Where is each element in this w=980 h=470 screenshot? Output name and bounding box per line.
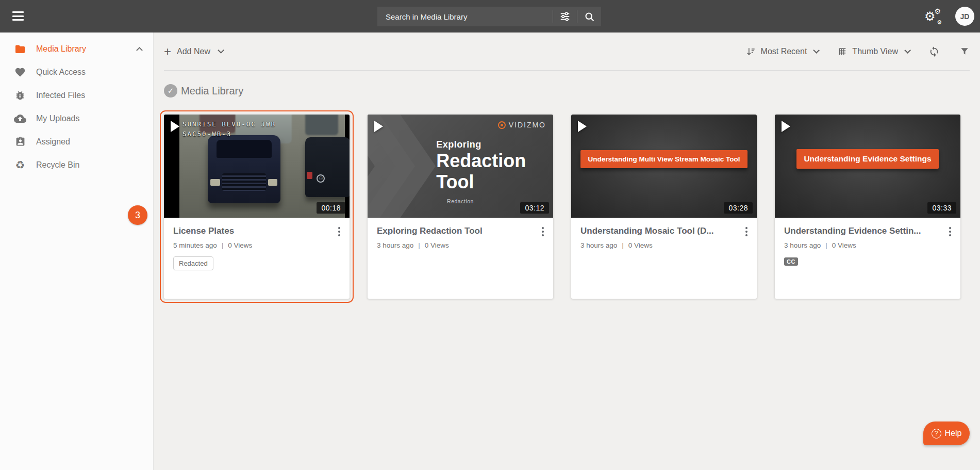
sidebar-item-label: My Uploads [36, 114, 142, 123]
hamburger-menu-icon[interactable] [12, 11, 24, 21]
add-new-label: Add New [177, 47, 210, 56]
play-icon [171, 121, 179, 132]
search-button[interactable] [577, 7, 601, 26]
sidebar-item-recycle-bin[interactable]: ♻ Recycle Bin [0, 153, 153, 176]
filter-button[interactable] [959, 46, 970, 57]
kebab-menu-icon[interactable] [541, 226, 545, 237]
top-bar: ⚙⚙⚙ JD [0, 0, 980, 33]
card-meta: Understanding Evidence Settin... 3 hours… [775, 218, 960, 299]
chevron-down-icon [218, 47, 224, 54]
media-card-exploring-redaction-tool[interactable]: VIDIZMO Exploring Redaction Tool Redacti… [368, 115, 553, 299]
kebab-menu-icon[interactable] [948, 226, 952, 237]
card-meta-line: 3 hours ago | 0 Views [580, 241, 748, 249]
section-heading: ✓ Media Library [164, 84, 970, 98]
card-meta-line: 5 minutes ago | 0 Views [173, 241, 340, 249]
bug-icon [13, 90, 27, 101]
content-toolbar: + Add New Most Recent [164, 33, 970, 71]
time-ago: 5 minutes ago [173, 241, 217, 249]
help-button[interactable]: ? Help [923, 422, 970, 445]
time-ago: 3 hours ago [784, 241, 821, 249]
card-meta: Understanding Mosaic Tool (D... 3 hours … [571, 218, 757, 299]
sidebar-item-label: Recycle Bin [36, 160, 142, 170]
media-card-grid: ⚇ SUNRISE BLVD-OC JWB SAC50-WB-3 00:18 L… [164, 115, 970, 299]
sidebar-item-label: Assigned [36, 137, 142, 147]
view-count: 0 Views [228, 241, 252, 249]
media-card-understanding-mosaic-tool[interactable]: Understanding Multi View Stream Mosaic T… [571, 115, 757, 299]
thumbnail-banner-text: Understanding Evidence Settings [796, 149, 938, 169]
assignment-icon [13, 136, 27, 147]
card-title: Exploring Redaction Tool [377, 226, 544, 236]
main-content: + Add New Most Recent [154, 33, 980, 470]
topbar-right-group: ⚙⚙⚙ JD [924, 0, 974, 33]
toolbar-right-group: Most Recent Thumb View [746, 46, 970, 57]
kebab-menu-icon[interactable] [337, 226, 341, 237]
sidebar-item-infected-files[interactable]: Infected Files [0, 84, 153, 107]
search-filters-button[interactable] [553, 7, 577, 26]
time-ago: 3 hours ago [580, 241, 617, 249]
sidebar-item-label: Infected Files [36, 91, 142, 100]
duration-badge: 03:28 [724, 202, 753, 214]
view-mode-label: Thumb View [852, 47, 898, 56]
search-bar [377, 7, 601, 26]
camera-overlay-text: SUNRISE BLVD-OC JWB SAC50-WB-3 [182, 120, 276, 139]
sidebar-item-quick-access[interactable]: Quick Access [0, 60, 153, 84]
thumbnail-title-text: Exploring Redaction Tool [436, 139, 526, 193]
video-thumbnail[interactable]: Understanding Multi View Stream Mosaic T… [571, 115, 757, 218]
refresh-button[interactable] [928, 46, 940, 57]
view-mode-dropdown[interactable]: Thumb View [837, 46, 909, 57]
media-card-license-plates[interactable]: ⚇ SUNRISE BLVD-OC JWB SAC50-WB-3 00:18 L… [164, 115, 350, 299]
sidebar-item-media-library[interactable]: Media Library [0, 37, 153, 60]
card-meta: Exploring Redaction Tool 3 hours ago | 0… [368, 218, 553, 299]
view-count: 0 Views [832, 241, 856, 249]
funnel-filter-icon [959, 46, 970, 57]
search-icon [584, 11, 595, 22]
car-silhouette [208, 135, 280, 203]
redacted-tag[interactable]: Redacted [173, 256, 213, 270]
closed-captions-badge: CC [784, 257, 798, 266]
refresh-icon [928, 46, 940, 57]
sliders-icon [559, 11, 571, 22]
duration-badge: 03:33 [927, 202, 956, 214]
sidebar-item-assigned[interactable]: Assigned [0, 130, 153, 153]
card-meta-line: 3 hours ago | 0 Views [784, 241, 951, 249]
card-meta-line: 3 hours ago | 0 Views [377, 241, 544, 249]
thumbnail-banner-text: Understanding Multi View Stream Mosaic T… [580, 150, 747, 168]
sort-icon [746, 46, 756, 57]
sort-label: Most Recent [761, 47, 807, 56]
section-title: Media Library [181, 85, 243, 97]
sidebar-item-label: Quick Access [36, 68, 142, 77]
play-icon [782, 121, 790, 132]
time-ago: 3 hours ago [377, 241, 413, 249]
video-thumbnail[interactable]: Understanding Evidence Settings 03:33 [775, 115, 960, 218]
sidebar-item-my-uploads[interactable]: My Uploads [0, 107, 153, 130]
card-title: Understanding Mosaic Tool (D... [580, 226, 748, 236]
chevron-down-icon [813, 47, 820, 54]
help-label: Help [945, 429, 962, 438]
search-input[interactable] [377, 7, 553, 26]
admin-settings-gear-icon[interactable]: ⚙⚙⚙ [924, 9, 942, 24]
view-count: 0 Views [425, 241, 449, 249]
sort-dropdown[interactable]: Most Recent [746, 46, 818, 57]
grid-view-icon [837, 46, 848, 57]
chevron-up-icon[interactable] [136, 47, 143, 54]
video-thumbnail[interactable]: VIDIZMO Exploring Redaction Tool Redacti… [368, 115, 553, 218]
card-meta: License Plates 5 minutes ago | 0 Views R… [164, 218, 350, 299]
car-silhouette: ⚇ [305, 137, 350, 197]
vidizmo-logo: VIDIZMO [498, 121, 546, 129]
play-icon [374, 121, 383, 132]
duration-badge: 03:12 [520, 202, 549, 214]
user-avatar[interactable]: JD [955, 7, 974, 26]
kebab-menu-icon[interactable] [744, 226, 749, 237]
vidizmo-logo-icon [498, 121, 506, 129]
plus-icon: + [164, 46, 171, 57]
video-thumbnail[interactable]: ⚇ SUNRISE BLVD-OC JWB SAC50-WB-3 00:18 [164, 115, 350, 218]
app-window: ⚙⚙⚙ JD Media Library Quick Access [0, 0, 980, 470]
chevron-down-icon [904, 47, 911, 54]
media-card-understanding-evidence-settings[interactable]: Understanding Evidence Settings 03:33 Un… [775, 115, 960, 299]
sidebar-item-label: Media Library [36, 44, 137, 54]
cloud-upload-icon [13, 112, 27, 125]
play-icon [578, 121, 587, 132]
check-circle-icon[interactable]: ✓ [164, 84, 177, 98]
question-mark-icon: ? [932, 429, 941, 439]
add-new-button[interactable]: + Add New [164, 46, 222, 57]
